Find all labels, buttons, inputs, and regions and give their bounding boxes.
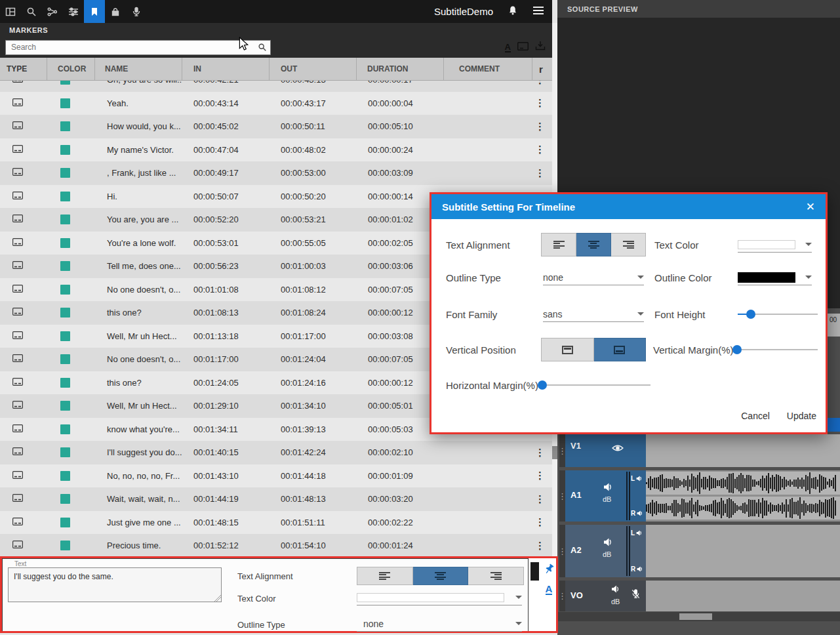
vertical-margin-slider[interactable]: [733, 349, 818, 350]
align-center-button[interactable]: [576, 233, 611, 256]
outline-color-dropdown[interactable]: [738, 270, 812, 285]
markers-button[interactable]: [84, 0, 105, 23]
markers-scrollbar-thumb[interactable]: [552, 446, 557, 459]
track-v1-content[interactable]: [646, 434, 840, 467]
marker-row[interactable]: How would, you k... 00:00:45:02 00:00:50…: [0, 115, 552, 138]
drag-handle-icon[interactable]: ⋮: [559, 581, 565, 611]
vertical-top-button[interactable]: [541, 338, 594, 361]
outline-type-label: Outline Type: [446, 272, 501, 283]
editor-text-color-dropdown[interactable]: [357, 590, 522, 605]
row-menu-button[interactable]: ⋮: [532, 121, 552, 133]
marker-color-swatch[interactable]: [60, 447, 70, 457]
close-icon[interactable]: ✕: [806, 201, 815, 213]
track-vo-content[interactable]: [646, 581, 840, 611]
marker-color-swatch[interactable]: [60, 494, 70, 504]
lock-button[interactable]: [105, 0, 126, 23]
outline-type-dropdown[interactable]: none: [543, 270, 644, 285]
align-left-button[interactable]: [541, 233, 576, 256]
track-a2-content[interactable]: [646, 525, 840, 577]
row-menu-button[interactable]: ⋮: [532, 447, 552, 459]
align-right-button[interactable]: [611, 233, 646, 256]
mic-button[interactable]: [126, 0, 147, 23]
font-style-icon[interactable]: A: [546, 584, 553, 595]
timeline-scrollbar-thumb[interactable]: [679, 613, 712, 620]
text-color-dropdown[interactable]: [738, 237, 812, 253]
mic-muted-icon[interactable]: [631, 588, 641, 602]
pin-icon[interactable]: [544, 563, 555, 577]
cancel-button[interactable]: Cancel: [741, 411, 770, 421]
volume-icon[interactable]: [603, 482, 613, 494]
marker-color-swatch[interactable]: [60, 192, 70, 201]
marker-color-swatch[interactable]: [60, 168, 70, 178]
marker-color-swatch[interactable]: [60, 354, 70, 364]
marker-row[interactable]: My name's Victor. 00:00:47:04 00:00:48:0…: [0, 138, 552, 162]
slider-thumb[interactable]: [538, 380, 547, 390]
menu-icon[interactable]: [532, 6, 544, 18]
row-menu-button[interactable]: ⋮: [532, 470, 552, 481]
marker-row[interactable]: Yeah. 00:00:43:14 00:00:43:17 00:00:00:0…: [0, 92, 552, 115]
marker-row[interactable]: No, no, no, no, Fr... 00:01:43:10 00:01:…: [0, 464, 552, 488]
marker-color-swatch[interactable]: [60, 285, 70, 295]
marker-color-swatch[interactable]: [60, 331, 70, 341]
marker-color-swatch[interactable]: [60, 145, 70, 155]
marker-color-swatch[interactable]: [60, 81, 70, 85]
editor-scrollbar-thumb[interactable]: [530, 562, 539, 581]
marker-row[interactable]: Oh, you are so will... 00:00:42:21 00:00…: [0, 81, 552, 92]
marker-color-swatch[interactable]: [60, 308, 70, 318]
marker-duration: 00:00:00:24: [357, 145, 444, 155]
drag-handle-icon[interactable]: ⋮: [559, 434, 565, 467]
horizontal-margin-slider[interactable]: [539, 384, 650, 386]
panels-button[interactable]: [0, 0, 21, 23]
align-left-button[interactable]: [357, 567, 413, 585]
marker-color-swatch[interactable]: [60, 378, 70, 388]
vertical-bottom-button[interactable]: [594, 338, 647, 361]
markers-panel-title: MARKERS: [9, 26, 48, 34]
marker-color-swatch[interactable]: [60, 238, 70, 248]
row-menu-button[interactable]: ⋮: [532, 97, 552, 109]
drag-handle-icon[interactable]: ⋮: [559, 470, 565, 522]
volume-icon[interactable]: [603, 537, 613, 549]
search-button[interactable]: [21, 0, 42, 23]
align-center-button[interactable]: [413, 567, 469, 585]
graph-button[interactable]: [42, 0, 63, 23]
row-menu-button[interactable]: ⋮: [532, 516, 552, 528]
marker-row[interactable]: Precious time. 00:01:52:12 00:01:54:10 0…: [0, 534, 552, 558]
row-menu-button[interactable]: ⋮: [532, 167, 552, 179]
search-input[interactable]: [5, 40, 271, 55]
font-family-dropdown[interactable]: sans: [543, 306, 644, 322]
marker-row[interactable]: , Frank, just like ... 00:00:49:17 00:00…: [0, 161, 552, 185]
marker-color-swatch[interactable]: [60, 261, 70, 271]
subtitle-text-input[interactable]: I'll suggest you do the same.: [8, 567, 222, 602]
marker-row[interactable]: Wait, wait, wait, n... 00:01:44:19 00:01…: [0, 487, 552, 511]
row-menu-button[interactable]: ⋮: [532, 540, 552, 552]
marker-color-swatch[interactable]: [60, 424, 70, 434]
marker-color-swatch[interactable]: [60, 471, 70, 481]
marker-color-swatch[interactable]: [60, 401, 70, 411]
slider-thumb[interactable]: [732, 345, 742, 354]
marker-color-swatch[interactable]: [60, 98, 70, 108]
update-button[interactable]: Update: [787, 411, 816, 421]
row-menu-button[interactable]: ⋮: [532, 493, 552, 505]
align-right-button[interactable]: [468, 567, 524, 585]
font-height-slider[interactable]: [738, 314, 818, 315]
import-icon[interactable]: [535, 41, 546, 54]
notifications-bell-icon[interactable]: [508, 5, 518, 18]
eye-icon[interactable]: [612, 443, 624, 455]
font-style-icon[interactable]: A: [505, 43, 511, 52]
marker-row[interactable]: Just give me one ... 00:01:48:15 00:01:5…: [0, 511, 552, 535]
drag-handle-icon[interactable]: ⋮: [559, 525, 565, 577]
text-color-swatch: [738, 240, 795, 249]
marker-color-swatch[interactable]: [60, 215, 70, 224]
marker-row[interactable]: I'll suggest you do... 00:01:40:15 00:01…: [0, 441, 552, 464]
marker-color-swatch[interactable]: [60, 121, 70, 131]
row-menu-button[interactable]: ⋮: [532, 81, 552, 86]
volume-icon[interactable]: [611, 584, 620, 596]
track-a1-content[interactable]: [646, 470, 840, 522]
editor-outline-type-dropdown[interactable]: none: [357, 616, 522, 632]
settings-button[interactable]: [63, 0, 84, 23]
slider-thumb[interactable]: [746, 310, 755, 319]
marker-color-swatch[interactable]: [60, 541, 70, 550]
row-menu-button[interactable]: ⋮: [532, 144, 552, 155]
marker-color-swatch[interactable]: [60, 518, 70, 527]
subtitle-display-icon[interactable]: [517, 41, 529, 53]
